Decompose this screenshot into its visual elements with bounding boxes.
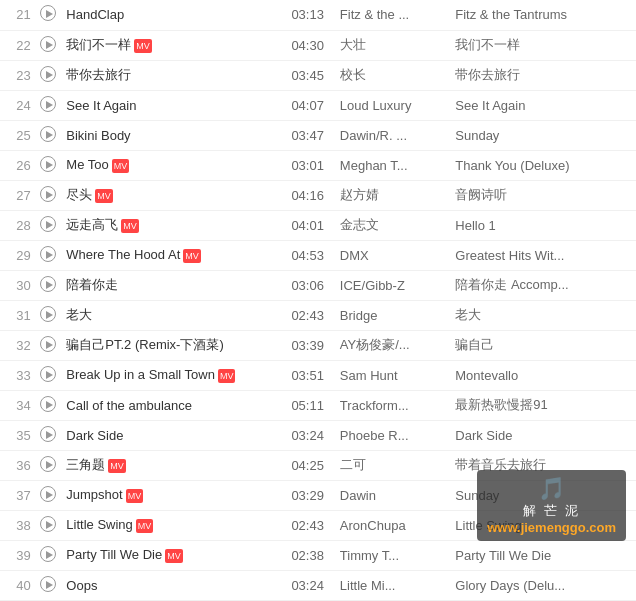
play-icon[interactable] — [40, 426, 56, 442]
track-artist: AY杨俊豪/... — [336, 330, 451, 360]
play-button-cell[interactable] — [35, 300, 63, 330]
track-number: 36 — [0, 450, 35, 480]
mv-tag[interactable]: MV — [218, 369, 236, 383]
track-artist: AronChupa — [336, 510, 451, 540]
track-number: 24 — [0, 90, 35, 120]
play-icon[interactable] — [40, 186, 56, 202]
play-icon[interactable] — [40, 396, 56, 412]
play-button-cell[interactable] — [35, 90, 63, 120]
track-duration: 03:45 — [287, 60, 335, 90]
table-row: 35 Dark Side 03:24 Phoebe R... Dark Side — [0, 420, 636, 450]
table-row: 39 Party Till We DieMV 02:38 Timmy T... … — [0, 540, 636, 570]
track-title: 陪着你走 — [62, 270, 287, 300]
mv-tag[interactable]: MV — [126, 489, 144, 503]
track-title: Where The Hood AtMV — [62, 240, 287, 270]
play-icon[interactable] — [40, 576, 56, 592]
track-number: 39 — [0, 540, 35, 570]
track-number: 22 — [0, 30, 35, 60]
play-icon[interactable] — [40, 306, 56, 322]
track-title: 我们不一样MV — [62, 30, 287, 60]
play-button-cell[interactable] — [35, 390, 63, 420]
table-row: 28 远走高飞MV 04:01 金志文 Hello 1 — [0, 210, 636, 240]
track-artist: Fitz & the ... — [336, 0, 451, 30]
track-title: Call of the ambulance — [62, 390, 287, 420]
track-duration: 02:38 — [287, 540, 335, 570]
track-duration: 04:01 — [287, 210, 335, 240]
mv-tag[interactable]: MV — [136, 519, 154, 533]
track-number: 37 — [0, 480, 35, 510]
play-icon[interactable] — [40, 276, 56, 292]
play-button-cell[interactable] — [35, 210, 63, 240]
track-album: Greatest Hits Wit... — [451, 240, 636, 270]
table-row: 21 HandClap 03:13 Fitz & the ... Fitz & … — [0, 0, 636, 30]
play-button-cell[interactable] — [35, 450, 63, 480]
track-album: 老大 — [451, 300, 636, 330]
play-button-cell[interactable] — [35, 180, 63, 210]
track-title: Break Up in a Small TownMV — [62, 360, 287, 390]
mv-tag[interactable]: MV — [165, 549, 183, 563]
track-artist: Meghan T... — [336, 150, 451, 180]
play-icon[interactable] — [40, 66, 56, 82]
play-button-cell[interactable] — [35, 510, 63, 540]
play-button-cell[interactable] — [35, 420, 63, 450]
play-button-cell[interactable] — [35, 0, 63, 30]
track-number: 30 — [0, 270, 35, 300]
play-icon[interactable] — [40, 486, 56, 502]
track-number: 27 — [0, 180, 35, 210]
table-row: 27 尽头MV 04:16 赵方婧 音阙诗听 — [0, 180, 636, 210]
track-title: Oops — [62, 570, 287, 600]
track-duration: 03:06 — [287, 270, 335, 300]
mv-tag[interactable]: MV — [134, 39, 152, 53]
track-title: Dark Side — [62, 420, 287, 450]
track-title: 老大 — [62, 300, 287, 330]
play-button-cell[interactable] — [35, 360, 63, 390]
play-icon[interactable] — [40, 516, 56, 532]
mv-tag[interactable]: MV — [95, 189, 113, 203]
play-icon[interactable] — [40, 216, 56, 232]
play-icon[interactable] — [40, 36, 56, 52]
mv-tag[interactable]: MV — [121, 219, 139, 233]
play-button-cell[interactable] — [35, 60, 63, 90]
track-artist: DMX — [336, 240, 451, 270]
play-icon[interactable] — [40, 336, 56, 352]
table-row: 30 陪着你走 03:06 ICE/Gibb-Z 陪着你走 Accomp... — [0, 270, 636, 300]
track-number: 28 — [0, 210, 35, 240]
play-icon[interactable] — [40, 156, 56, 172]
play-button-cell[interactable] — [35, 240, 63, 270]
play-icon[interactable] — [40, 96, 56, 112]
mv-tag[interactable]: MV — [108, 459, 126, 473]
track-title: Bikini Body — [62, 120, 287, 150]
track-duration: 03:29 — [287, 480, 335, 510]
play-icon[interactable] — [40, 5, 56, 21]
track-number: 31 — [0, 300, 35, 330]
play-button-cell[interactable] — [35, 120, 63, 150]
track-duration: 03:47 — [287, 120, 335, 150]
play-button-cell[interactable] — [35, 330, 63, 360]
play-button-cell[interactable] — [35, 570, 63, 600]
mv-tag[interactable]: MV — [183, 249, 201, 263]
table-row: 29 Where The Hood AtMV 04:53 DMX Greates… — [0, 240, 636, 270]
play-icon[interactable] — [40, 126, 56, 142]
track-artist: Little Mi... — [336, 570, 451, 600]
play-button-cell[interactable] — [35, 480, 63, 510]
track-title: See It Again — [62, 90, 287, 120]
track-album: Thank You (Deluxe) — [451, 150, 636, 180]
play-button-cell[interactable] — [35, 150, 63, 180]
track-number: 25 — [0, 120, 35, 150]
play-icon[interactable] — [40, 366, 56, 382]
play-icon[interactable] — [40, 246, 56, 262]
table-row: 32 骗自己PT.2 (Remix-下酒菜) 03:39 AY杨俊豪/... 骗… — [0, 330, 636, 360]
play-icon[interactable] — [40, 546, 56, 562]
track-duration: 04:30 — [287, 30, 335, 60]
play-icon[interactable] — [40, 456, 56, 472]
table-row: 31 老大 02:43 Bridge 老大 — [0, 300, 636, 330]
track-album: See It Again — [451, 90, 636, 120]
track-artist: 大壮 — [336, 30, 451, 60]
track-artist: Dawin — [336, 480, 451, 510]
track-album: 带你去旅行 — [451, 60, 636, 90]
play-button-cell[interactable] — [35, 30, 63, 60]
play-button-cell[interactable] — [35, 540, 63, 570]
play-button-cell[interactable] — [35, 270, 63, 300]
mv-tag[interactable]: MV — [112, 159, 130, 173]
track-album: 骗自己 — [451, 330, 636, 360]
